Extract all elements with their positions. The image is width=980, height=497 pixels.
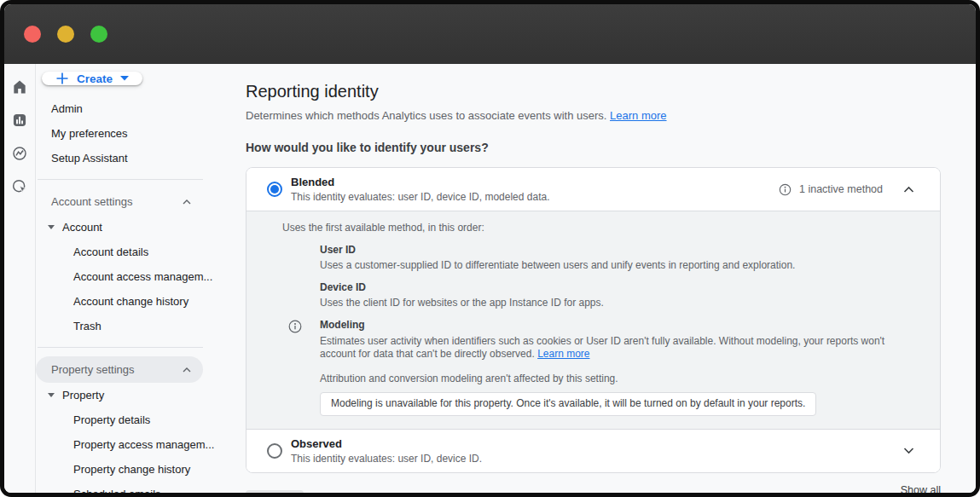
modeling-learn-more-link[interactable]: Learn more	[537, 348, 589, 360]
caret-down-icon	[48, 225, 55, 229]
main-content: Reporting identity Determines which meth…	[246, 64, 976, 493]
window-titlebar	[4, 4, 976, 64]
blended-details-panel: Uses the first available method, in this…	[246, 211, 940, 430]
sidebar-divider	[38, 179, 203, 180]
save-button[interactable]: Save	[246, 490, 304, 497]
sidebar-item-setup-assistant[interactable]: Setup Assistant	[36, 146, 246, 170]
sidebar-item-trash[interactable]: Trash	[36, 314, 246, 338]
method-user-id: User ID Uses a customer-supplied ID to d…	[320, 244, 916, 273]
blended-radio[interactable]	[267, 182, 282, 197]
sidebar-item-property[interactable]: Property	[36, 383, 246, 407]
sidebar-item-account-access-management[interactable]: Account access managem...	[36, 264, 246, 289]
inactive-method-badge: 1 inactive method	[799, 183, 883, 195]
sidebar-item-scheduled-emails[interactable]: Scheduled emails	[36, 482, 246, 493]
sidebar-nav: Admin My preferences Setup Assistant Acc…	[36, 96, 246, 493]
sidebar-section-account-settings[interactable]: Account settings	[36, 188, 203, 215]
page-title: Reporting identity	[246, 82, 941, 101]
explore-icon[interactable]	[11, 145, 28, 162]
sidebar-item-admin[interactable]: Admin	[36, 96, 246, 121]
sidebar-item-my-preferences[interactable]: My preferences	[36, 121, 246, 146]
admin-sidebar: Create Admin My preferences Setup Assist…	[36, 64, 246, 493]
sidebar-item-property-change-history[interactable]: Property change history	[36, 457, 246, 482]
chevron-down-icon	[120, 76, 129, 81]
observed-title: Observed	[291, 437, 903, 450]
minimize-window-button[interactable]	[57, 26, 74, 43]
blended-title: Blended	[291, 176, 779, 188]
modeling-unavailable-note: Modeling is unavailable for this propert…	[320, 392, 816, 416]
create-button[interactable]: Create	[42, 72, 142, 85]
advertising-icon[interactable]	[11, 178, 28, 195]
sidebar-item-account[interactable]: Account	[36, 215, 246, 240]
page-subtitle: Determines which methods Analytics uses …	[246, 109, 941, 122]
option-row-observed[interactable]: Observed This identity evaluates: user I…	[246, 430, 940, 472]
learn-more-link[interactable]: Learn more	[610, 109, 666, 122]
sidebar-item-account-details[interactable]: Account details	[36, 240, 246, 264]
footer-actions: Save Cancel Show all	[246, 483, 941, 497]
sidebar-section-property-settings[interactable]: Property settings	[36, 356, 203, 383]
blended-desc: This identity evaluates: user ID, device…	[291, 191, 779, 203]
show-all-link[interactable]: Show all	[901, 484, 941, 496]
chevron-up-icon[interactable]	[903, 186, 914, 194]
info-icon[interactable]	[779, 183, 792, 196]
identity-question: How would you like to identify your user…	[246, 141, 941, 154]
create-button-label: Create	[77, 72, 113, 85]
chevron-down-icon[interactable]	[903, 447, 914, 454]
caret-down-icon	[48, 393, 55, 397]
home-icon[interactable]	[11, 78, 28, 95]
app-body: Create Admin My preferences Setup Assist…	[4, 64, 976, 493]
sidebar-item-property-details[interactable]: Property details	[36, 407, 246, 432]
nav-rail	[4, 64, 36, 493]
reports-icon[interactable]	[11, 112, 28, 129]
chevron-up-icon	[183, 199, 191, 205]
identity-options-card: Blended This identity evaluates: user ID…	[246, 167, 941, 473]
details-intro: Uses the first available method, in this…	[282, 222, 916, 235]
sidebar-item-property-access-management[interactable]: Property access managem...	[36, 432, 246, 457]
method-modeling: Modeling Estimates user activity when id…	[320, 319, 916, 361]
observed-desc: This identity evaluates: user ID, device…	[291, 453, 903, 465]
app-window: Create Admin My preferences Setup Assist…	[0, 0, 980, 497]
option-row-blended[interactable]: Blended This identity evaluates: user ID…	[246, 168, 940, 211]
info-icon	[288, 320, 302, 338]
fullscreen-window-button[interactable]	[90, 26, 107, 43]
sidebar-item-account-change-history[interactable]: Account change history	[36, 289, 246, 314]
attribution-note: Attribution and conversion modeling aren…	[282, 373, 916, 386]
plus-icon	[55, 72, 69, 85]
close-window-button[interactable]	[24, 26, 41, 43]
method-device-id: Device ID Uses the client ID for website…	[320, 281, 916, 310]
observed-radio[interactable]	[267, 443, 282, 459]
sidebar-divider	[38, 347, 203, 348]
chevron-up-icon	[183, 367, 191, 373]
